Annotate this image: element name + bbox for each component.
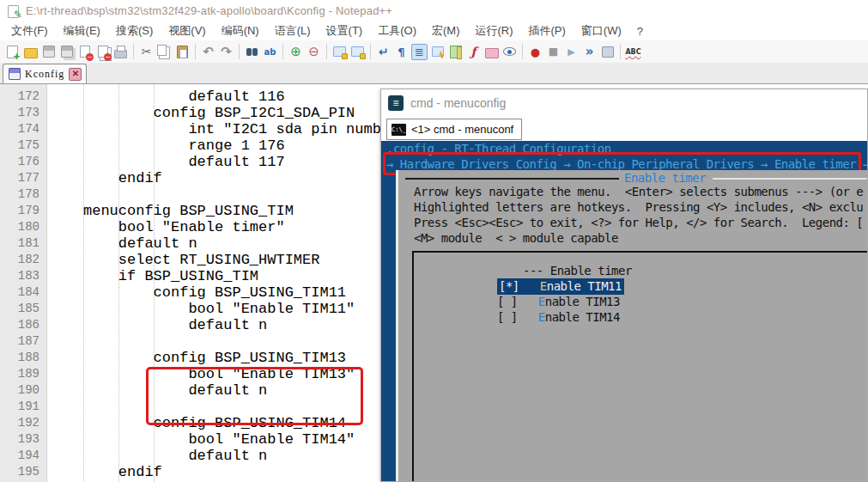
word-wrap-icon[interactable]	[375, 44, 392, 60]
macro-play-icon[interactable]	[563, 44, 580, 60]
menu-view[interactable]: 视图(V)	[161, 21, 213, 40]
dialog-border-line	[405, 178, 619, 180]
menu-search[interactable]: 搜索(S)	[108, 21, 161, 40]
notepad-titlebar: E:\rt-thread\bsp\stm32\stm32f429-atk-apo…	[0, 0, 868, 21]
cmd-window[interactable]: ≡ cmd - menuconfig C:\_ <1> cmd - menuco…	[380, 88, 868, 482]
line-number-gutter[interactable]: 172173 174175 176177 178179 180181 18218…	[0, 84, 47, 482]
macro-stop-icon[interactable]	[545, 44, 561, 60]
menu-run[interactable]: 运行(R)	[467, 21, 520, 40]
save-icon[interactable]	[40, 44, 57, 60]
toolbar-separator	[326, 44, 327, 59]
notepadpp-app-icon	[7, 4, 21, 18]
menu-edit[interactable]: 编辑(E)	[56, 21, 108, 40]
save-all-icon[interactable]	[58, 44, 75, 60]
cmd-tab-bar: C:\_ <1> cmd - menuconf	[381, 117, 867, 141]
new-file-icon[interactable]	[4, 44, 21, 60]
folder-as-workspace-icon[interactable]	[483, 44, 500, 60]
replace-icon[interactable]	[262, 44, 278, 60]
undo-icon[interactable]	[200, 44, 216, 60]
menu-window[interactable]: 窗口(W)	[574, 21, 629, 40]
toolbar-separator	[282, 44, 283, 59]
window-title: E:\rt-thread\bsp\stm32\stm32f429-atk-apo…	[26, 4, 392, 17]
menu-file[interactable]: 文件(F)	[3, 21, 56, 40]
checkbox-unchecked: [ ]	[497, 295, 518, 308]
document-tab-bar: Kconfig ✕	[0, 63, 868, 84]
dialog-title: Enable timer	[624, 171, 706, 185]
document-map-icon[interactable]	[447, 44, 464, 60]
zoom-in-icon[interactable]	[288, 44, 304, 60]
cut-icon[interactable]	[138, 44, 155, 60]
cmd-prompt-icon: C:\_	[392, 124, 406, 136]
paste-icon[interactable]	[174, 44, 191, 60]
list-separator: --- Enable timer	[414, 263, 867, 278]
macro-save-icon[interactable]	[599, 44, 616, 60]
option-enable-tim14[interactable]: [ ]Enable TIM14	[414, 309, 867, 325]
menu-tools[interactable]: 工具(O)	[370, 21, 424, 40]
menu-settings[interactable]: 设置(T)	[319, 21, 371, 40]
screen: { "colors": { "annotation_red": "#e01b1b…	[0, 0, 868, 482]
toolbar	[0, 40, 868, 63]
cmd-tab[interactable]: C:\_ <1> cmd - menuconf	[386, 119, 522, 140]
menu-macro[interactable]: 宏(M)	[424, 21, 468, 40]
toolbar-separator	[620, 44, 621, 59]
option-enable-tim11[interactable]: [*]Enable TIM11	[414, 278, 867, 294]
toolbar-separator	[522, 44, 523, 59]
option-label: nable TIM14	[545, 310, 620, 324]
indent-guide-icon[interactable]	[411, 44, 428, 60]
tab-close-icon[interactable]: ✕	[69, 68, 82, 81]
dialog-help-text: Arrow keys navigate the menu. <Enter> se…	[414, 184, 867, 246]
menuconfig-dialog: Enable timer Arrow keys navigate the men…	[396, 170, 867, 481]
toolbar-separator	[239, 44, 240, 59]
menu-language[interactable]: 语言(L)	[267, 21, 319, 40]
toolbar-separator	[370, 44, 371, 59]
sync-vertical-scroll-icon[interactable]	[331, 44, 348, 60]
copy-icon[interactable]	[156, 44, 173, 60]
console-app-icon: ≡	[388, 95, 404, 111]
menu-help[interactable]: ?	[629, 23, 651, 40]
macro-run-multiple-icon[interactable]	[581, 44, 598, 60]
close-file-icon[interactable]	[76, 44, 93, 60]
hotkey-letter: E	[540, 279, 547, 293]
menuconfig-console[interactable]: .config - RT-Thread Configuration → Hard…	[381, 141, 867, 481]
toolbar-separator	[195, 44, 196, 59]
option-list-box: --- Enable timer [*]Enable TIM11 [ ]Enab…	[412, 251, 867, 481]
menu-encoding[interactable]: 编码(N)	[214, 21, 267, 40]
cmd-window-title: cmd - menuconfig	[410, 96, 506, 110]
spell-check-icon[interactable]	[625, 44, 641, 60]
option-label: nable TIM11	[547, 279, 622, 293]
cmd-titlebar: ≡ cmd - menuconfig	[381, 89, 867, 117]
option-label: nable TIM13	[545, 295, 620, 308]
tab-kconfig[interactable]: Kconfig ✕	[3, 64, 87, 83]
function-list-icon[interactable]	[465, 44, 482, 60]
tab-label: Kconfig	[25, 68, 64, 81]
shortcut-mapper-icon[interactable]	[429, 44, 446, 60]
redo-icon[interactable]	[218, 44, 234, 60]
dialog-border-line	[713, 178, 867, 180]
show-all-characters-icon[interactable]	[393, 44, 410, 60]
close-all-icon[interactable]	[94, 44, 111, 60]
find-icon[interactable]	[244, 44, 260, 60]
cmd-tab-label: <1> cmd - menuconf	[411, 123, 513, 136]
menu-bar: 文件(F) 编辑(E) 搜索(S) 视图(V) 编码(N) 语言(L) 设置(T…	[0, 21, 868, 40]
saved-file-icon	[9, 68, 21, 80]
option-enable-tim13[interactable]: [ ]Enable TIM13	[414, 294, 867, 309]
menu-plugins[interactable]: 插件(P)	[521, 21, 574, 40]
hotkey-letter: E	[538, 310, 545, 324]
macro-record-icon[interactable]	[527, 44, 543, 60]
checkbox-unchecked: [ ]	[497, 310, 518, 324]
zoom-out-icon[interactable]	[306, 44, 322, 60]
checkbox-checked: [*]	[499, 279, 519, 293]
open-file-icon[interactable]	[22, 44, 39, 60]
console-header: .config - RT-Thread Configuration	[381, 141, 867, 156]
hotkey-letter: E	[538, 295, 545, 308]
print-icon[interactable]	[112, 44, 129, 60]
sync-horizontal-scroll-icon[interactable]	[349, 44, 366, 60]
monitoring-icon[interactable]	[501, 44, 518, 60]
toolbar-separator	[133, 44, 134, 59]
